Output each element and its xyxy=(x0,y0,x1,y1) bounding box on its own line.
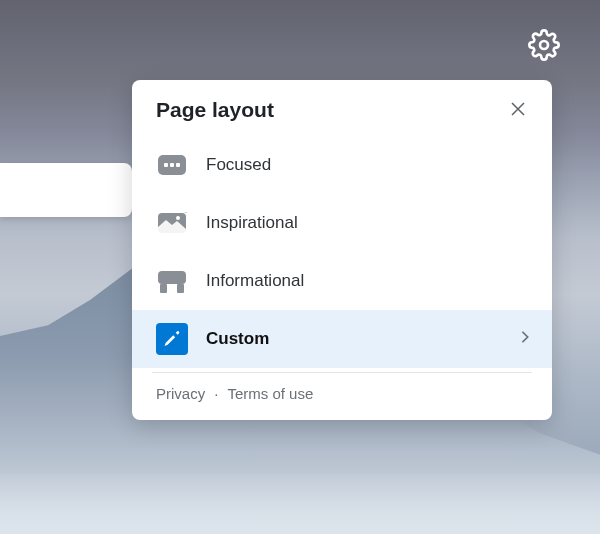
layout-option-focused[interactable]: Focused xyxy=(132,136,552,194)
layout-option-list: Focused Inspirational Informational Cust… xyxy=(132,136,552,368)
option-label: Custom xyxy=(206,329,269,349)
settings-gear-button[interactable] xyxy=(526,28,562,64)
inspirational-icon xyxy=(156,207,188,239)
close-icon xyxy=(510,101,526,120)
layout-option-inspirational[interactable]: Inspirational xyxy=(132,194,552,252)
svg-rect-8 xyxy=(177,284,184,293)
option-label: Focused xyxy=(206,155,271,175)
page-layout-panel: Page layout Focused Inspirational Inform… xyxy=(132,80,552,420)
svg-point-0 xyxy=(540,41,548,49)
panel-footer: Privacy · Terms of use xyxy=(132,373,552,410)
svg-rect-6 xyxy=(158,271,186,284)
terms-link[interactable]: Terms of use xyxy=(227,385,313,402)
svg-rect-3 xyxy=(170,163,174,167)
background-trees xyxy=(0,474,600,534)
svg-rect-7 xyxy=(160,284,167,293)
chevron-right-icon xyxy=(518,330,532,348)
privacy-link[interactable]: Privacy xyxy=(156,385,205,402)
custom-icon xyxy=(156,323,188,355)
layout-option-custom[interactable]: Custom xyxy=(132,310,552,368)
search-bar-fragment[interactable] xyxy=(0,163,132,217)
svg-rect-4 xyxy=(176,163,180,167)
panel-header: Page layout xyxy=(132,96,552,130)
layout-option-informational[interactable]: Informational xyxy=(132,252,552,310)
svg-rect-2 xyxy=(164,163,168,167)
focused-icon xyxy=(156,149,188,181)
footer-separator: · xyxy=(214,385,218,402)
close-button[interactable] xyxy=(504,96,532,124)
option-label: Inspirational xyxy=(206,213,298,233)
panel-title: Page layout xyxy=(156,98,274,122)
gear-icon xyxy=(528,29,560,64)
svg-point-5 xyxy=(176,216,180,220)
informational-icon xyxy=(156,265,188,297)
option-label: Informational xyxy=(206,271,304,291)
